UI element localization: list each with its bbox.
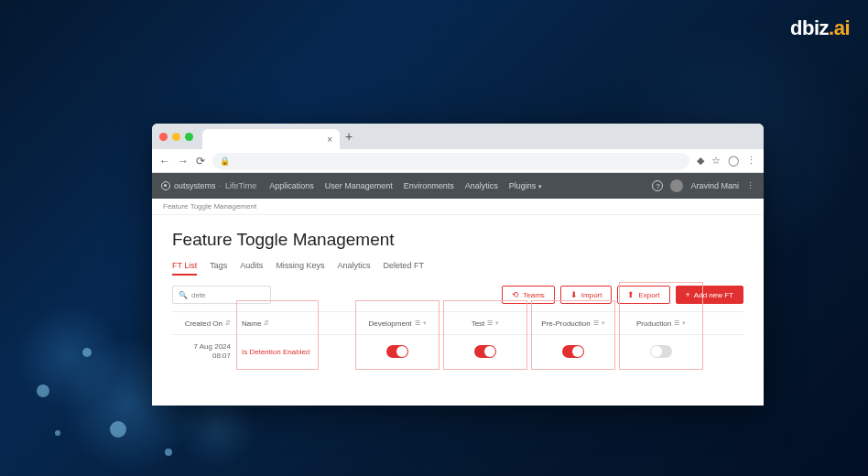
search-value: dete [191, 291, 206, 299]
chevron-down-icon: ▾ [538, 183, 542, 189]
col-pre-production[interactable]: Pre-Production☰▾ [531, 319, 615, 328]
nav-user-management[interactable]: User Management [325, 181, 393, 190]
feature-table: Created On⇵ Name⇵ Development☰▾ Test☰▾ P… [172, 311, 743, 368]
browser-tab-strip: × + [152, 124, 764, 149]
profile-icon[interactable]: ◯ [728, 155, 739, 167]
import-icon: ⬇ [570, 290, 578, 299]
close-tab-icon[interactable]: × [327, 135, 332, 145]
logo-icon [161, 181, 170, 190]
product-name: outsystems [174, 181, 216, 190]
chevron-down-icon: ▾ [602, 319, 605, 327]
outsystems-logo[interactable]: outsystems · LifeTime [161, 181, 256, 190]
toggle-test[interactable] [474, 345, 496, 358]
nav-applications[interactable]: Applications [269, 181, 314, 190]
tab-missing-keys[interactable]: Missing Keys [276, 261, 324, 276]
app-header: outsystems · LifeTime Applications User … [152, 173, 764, 199]
filter-icon: ☰ [487, 319, 493, 327]
toggle-production[interactable] [650, 345, 672, 358]
breadcrumb[interactable]: Feature Toggle Management [152, 199, 764, 215]
toolbar: 🔍 dete ⟲Teams ⬇Import ⬆Export +Add new F… [172, 286, 743, 304]
add-new-ft-button[interactable]: +Add new FT [676, 286, 743, 304]
chevron-down-icon: ▾ [495, 319, 499, 327]
bookmark-icon[interactable]: ☆ [711, 155, 721, 167]
reload-button[interactable]: ⟳ [196, 155, 205, 168]
maximize-window-button[interactable] [185, 133, 193, 141]
browser-tab[interactable]: × [202, 129, 340, 149]
teams-button[interactable]: ⟲Teams [502, 286, 555, 304]
chevron-down-icon: ▾ [682, 319, 686, 327]
filter-icon: ☰ [415, 319, 420, 327]
header-nav: Applications User Management Environment… [269, 181, 542, 190]
tab-audits[interactable]: Audits [240, 261, 263, 276]
nav-environments[interactable]: Environments [404, 181, 454, 190]
tab-bar: FT List Tags Audits Missing Keys Analyti… [172, 261, 743, 276]
refresh-icon: ⟲ [512, 290, 519, 299]
back-button[interactable]: ← [159, 155, 170, 168]
tab-deleted-ft[interactable]: Deleted FT [383, 261, 424, 276]
browser-window: × + ← → ⟳ 🔒 ◆ ☆ ◯ ⋮ outsystems · LifeTim… [152, 124, 764, 406]
url-field[interactable]: 🔒 [212, 153, 689, 169]
close-window-button[interactable] [159, 133, 168, 141]
table-header: Created On⇵ Name⇵ Development☰▾ Test☰▾ P… [172, 311, 743, 335]
nav-analytics[interactable]: Analytics [465, 181, 498, 190]
nav-plugins[interactable]: Plugins ▾ [509, 181, 542, 190]
import-button[interactable]: ⬇Import [560, 286, 613, 304]
col-development[interactable]: Development☰▾ [355, 319, 439, 328]
export-button[interactable]: ⬆Export [617, 286, 669, 304]
col-test[interactable]: Test☰▾ [443, 319, 527, 328]
window-controls [159, 133, 193, 141]
toggle-development[interactable] [386, 345, 408, 358]
user-name[interactable]: Aravind Mani [690, 181, 739, 190]
col-name[interactable]: Name⇵ [236, 319, 319, 328]
page-title: Feature Toggle Management [172, 230, 743, 250]
help-icon[interactable]: ? [652, 180, 663, 191]
export-icon: ⬆ [627, 290, 635, 299]
toggle-pre-production[interactable] [562, 345, 584, 358]
minimize-window-button[interactable] [172, 133, 180, 141]
forward-button[interactable]: → [178, 155, 189, 168]
cell-name[interactable]: Is Detention Enabled [236, 348, 319, 356]
tab-tags[interactable]: Tags [210, 261, 227, 276]
tab-analytics[interactable]: Analytics [337, 261, 370, 276]
sort-icon: ⇵ [225, 319, 231, 327]
table-row: 7 Aug 2024 08:07 Is Detention Enabled [172, 335, 743, 368]
cell-created: 7 Aug 2024 08:07 [172, 342, 236, 360]
col-production[interactable]: Production☰▾ [619, 319, 703, 328]
brand-name: dbiz [790, 16, 829, 39]
tab-ft-list[interactable]: FT List [172, 261, 197, 276]
plus-icon: + [686, 290, 690, 299]
product-sub: LifeTime [225, 181, 256, 190]
search-input[interactable]: 🔍 dete [172, 286, 271, 304]
menu-icon[interactable]: ⋮ [746, 155, 756, 167]
filter-icon: ☰ [593, 319, 599, 327]
address-bar: ← → ⟳ 🔒 ◆ ☆ ◯ ⋮ [152, 149, 764, 173]
filter-icon: ☰ [674, 319, 679, 327]
chevron-down-icon: ▾ [423, 319, 427, 327]
extension-icon[interactable]: ◆ [697, 155, 704, 167]
lock-icon: 🔒 [220, 157, 230, 166]
sort-icon: ⇵ [264, 319, 269, 327]
search-icon: 🔍 [179, 291, 188, 299]
new-tab-button[interactable]: + [345, 129, 353, 144]
user-menu-icon[interactable]: ⋮ [746, 181, 754, 190]
brand-suffix: .ai [829, 16, 850, 39]
avatar[interactable] [670, 179, 683, 192]
brand-logo: dbiz.ai [790, 16, 850, 40]
col-created-on[interactable]: Created On⇵ [172, 319, 236, 328]
